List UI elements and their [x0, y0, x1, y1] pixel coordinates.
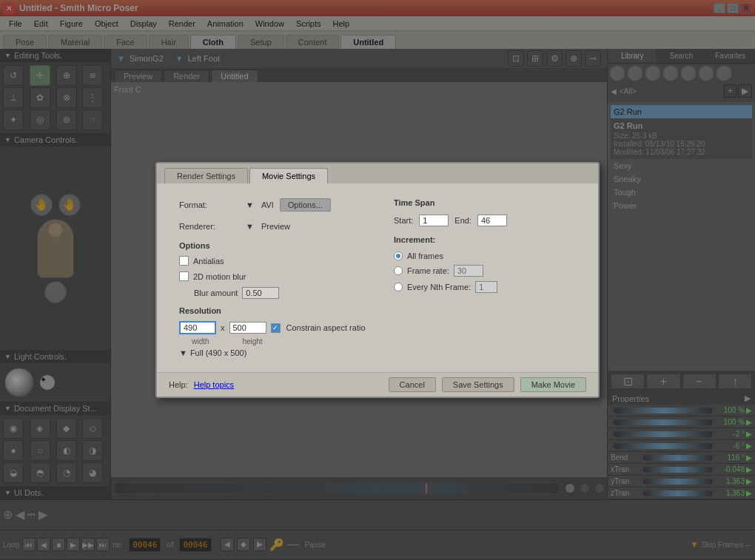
- width-input[interactable]: [179, 321, 216, 334]
- end-input[interactable]: [477, 215, 507, 226]
- options-button[interactable]: Options...: [280, 198, 331, 212]
- start-input[interactable]: [419, 215, 449, 226]
- help-topics-link[interactable]: Help topics: [194, 380, 234, 389]
- frame-rate-row: Frame rate:: [394, 265, 576, 277]
- every-nth-row: Every Nth Frame:: [394, 281, 576, 293]
- height-input[interactable]: [229, 322, 266, 334]
- modal-tab-bar: Render Settings Movie Settings: [157, 163, 598, 183]
- end-label: End:: [454, 216, 472, 225]
- frame-rate-input[interactable]: [454, 265, 483, 277]
- format-label: Format:: [179, 200, 246, 209]
- preset-arrow: ▼: [179, 348, 187, 357]
- motion-blur-row: 2D motion blur: [179, 271, 372, 281]
- resolution-labels-row: width height: [182, 337, 372, 345]
- format-dropdown-arrow: ▼: [246, 200, 254, 209]
- constrain-label: Constrain aspect ratio: [286, 323, 366, 332]
- all-frames-radio[interactable]: [394, 252, 403, 260]
- resolution-preset-row: ▼ Full (490 x 500): [179, 348, 372, 357]
- height-label: height: [234, 337, 271, 345]
- increment-title: Increment:: [394, 235, 576, 244]
- constrain-checkbox[interactable]: ✓: [271, 323, 281, 333]
- motion-blur-checkbox[interactable]: [179, 271, 189, 281]
- increment-section: Increment: All frames Frame rate:: [394, 235, 576, 293]
- every-nth-radio[interactable]: [394, 283, 403, 291]
- modal-overlay: Render Settings Movie Settings Format: ▼…: [0, 0, 755, 560]
- render-settings-dialog: Render Settings Movie Settings Format: ▼…: [155, 162, 600, 398]
- antialias-checkbox[interactable]: [179, 256, 189, 266]
- frame-rate-label: Frame rate:: [407, 266, 449, 275]
- save-settings-button[interactable]: Save Settings: [442, 377, 514, 392]
- modal-footer: Help: Help topics Cancel Save Settings M…: [157, 372, 598, 397]
- frame-rate-radio[interactable]: [394, 266, 403, 275]
- resolution-row: x ✓ Constrain aspect ratio: [179, 321, 372, 334]
- modal-body: Format: ▼ AVI Options... Renderer: ▼ Pre…: [157, 183, 598, 372]
- motion-blur-label: 2D motion blur: [193, 272, 246, 281]
- time-span-section: Time Span Start: End:: [394, 198, 576, 226]
- format-selected[interactable]: AVI: [261, 200, 274, 209]
- renderer-value: ▼ Preview: [246, 222, 290, 231]
- renderer-selected[interactable]: Preview: [261, 222, 290, 231]
- renderer-dropdown-arrow: ▼: [246, 222, 254, 231]
- resolution-section-title: Resolution: [179, 306, 372, 315]
- format-value: ▼ AVI Options...: [246, 198, 331, 212]
- width-label: width: [182, 337, 219, 345]
- cancel-button[interactable]: Cancel: [389, 377, 436, 392]
- renderer-label: Renderer:: [179, 222, 246, 231]
- every-nth-label: Every Nth Frame:: [407, 283, 471, 291]
- modal-left-column: Format: ▼ AVI Options... Renderer: ▼ Pre…: [179, 198, 372, 357]
- blur-amount-row: Blur amount: [194, 287, 372, 299]
- every-nth-input[interactable]: [475, 281, 497, 293]
- start-label: Start:: [394, 216, 413, 225]
- help-label: Help:: [169, 380, 188, 389]
- format-row: Format: ▼ AVI Options...: [179, 198, 372, 212]
- options-section-title: Options: [179, 241, 372, 250]
- make-movie-button[interactable]: Make Movie: [520, 377, 586, 392]
- all-frames-label: All frames: [407, 252, 443, 260]
- preset-label[interactable]: Full (490 x 500): [190, 348, 246, 357]
- antialias-row: Antialias: [179, 256, 372, 266]
- blur-amount-input[interactable]: [242, 287, 279, 299]
- modal-tab-render-settings[interactable]: Render Settings: [164, 168, 248, 183]
- blur-amount-label: Blur amount: [194, 289, 238, 297]
- time-range-row: Start: End:: [394, 215, 576, 226]
- renderer-row: Renderer: ▼ Preview: [179, 222, 372, 231]
- modal-columns: Format: ▼ AVI Options... Renderer: ▼ Pre…: [179, 198, 576, 357]
- all-frames-row: All frames: [394, 252, 576, 260]
- modal-tab-movie-settings[interactable]: Movie Settings: [249, 168, 328, 183]
- time-span-title: Time Span: [394, 198, 576, 207]
- antialias-label: Antialias: [193, 257, 224, 266]
- modal-action-buttons: Cancel Save Settings Make Movie: [234, 377, 586, 392]
- modal-right-column: Time Span Start: End: Increment:: [394, 198, 576, 357]
